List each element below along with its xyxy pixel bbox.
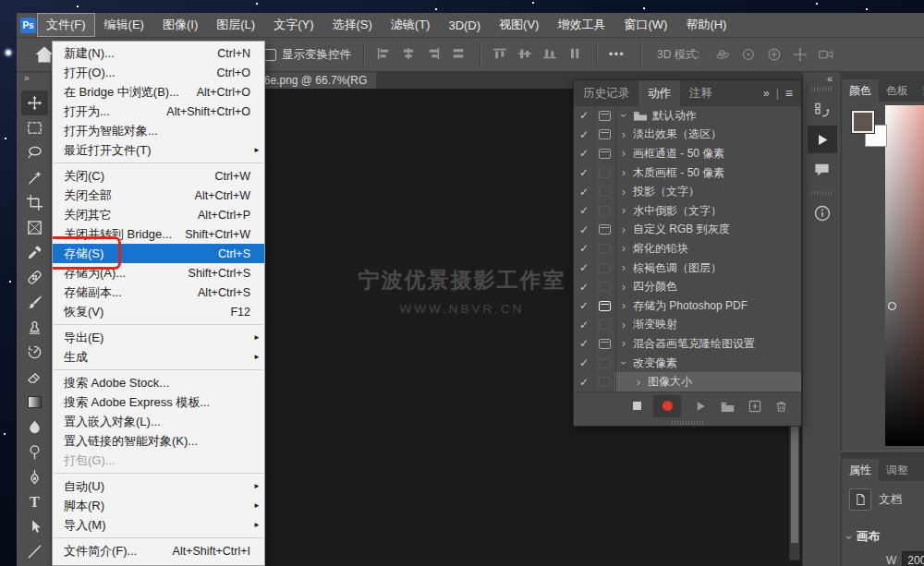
tab-actions[interactable]: 动作	[638, 80, 680, 106]
menubar-item-V[interactable]: 视图(V)	[490, 13, 548, 37]
action-row[interactable]: ›渐变映射	[574, 316, 801, 335]
action-content[interactable]: ›淡出效果（选区）	[614, 126, 801, 145]
menubar-item-T[interactable]: 滤镜(T)	[382, 13, 440, 37]
panel-resize-grip[interactable]	[574, 419, 801, 426]
slide-3d-camera-icon[interactable]	[791, 46, 808, 63]
menubar-item-I[interactable]: 图像(I)	[153, 13, 207, 37]
show-transform-checkbox[interactable]	[264, 49, 276, 61]
play-button[interactable]	[693, 399, 708, 414]
file-menu-item[interactable]: 打包(G)...	[53, 451, 264, 470]
action-content[interactable]: ›水中倒影（文字）	[614, 201, 801, 221]
action-row[interactable]: ›淡出效果（选区）	[574, 126, 801, 145]
action-dialog-toggle[interactable]	[594, 144, 614, 163]
foreground-color-swatch[interactable]	[852, 111, 874, 133]
eraser-tool[interactable]	[21, 365, 48, 390]
file-menu-item[interactable]: 自动(U)►	[53, 476, 264, 496]
menubar-item-E[interactable]: 编辑(E)	[95, 13, 153, 37]
action-dialog-toggle[interactable]	[594, 106, 614, 126]
disclosure-closed-icon[interactable]: ›	[619, 147, 628, 160]
disclosure-closed-icon[interactable]: ›	[619, 223, 628, 236]
action-enabled-checkbox[interactable]	[574, 354, 594, 373]
action-content[interactable]: ›画框通道 - 50 像素	[614, 144, 801, 163]
menubar-item-W[interactable]: 窗口(W)	[614, 13, 676, 37]
disclosure-open-icon[interactable]: ›	[617, 111, 630, 120]
disclosure-closed-icon[interactable]: ›	[619, 166, 628, 179]
file-menu-item[interactable]: 导入(M)►	[53, 515, 264, 535]
menubar-item-S[interactable]: 选择(S)	[322, 13, 381, 37]
tab-history[interactable]: 历史记录	[574, 80, 638, 106]
panel-menu-icon[interactable]: ≡	[785, 86, 793, 101]
file-menu-item[interactable]: 打开为智能对象...	[53, 121, 264, 140]
action-dialog-toggle[interactable]	[594, 316, 614, 335]
collapse-panel-icon[interactable]: »	[763, 87, 770, 100]
color-picker-cursor[interactable]	[888, 302, 896, 310]
magic-wand-tool[interactable]	[21, 165, 48, 190]
action-content[interactable]: ›棕褐色调（图层）	[614, 259, 801, 278]
action-content[interactable]: ›存储为 Photoshop PDF	[614, 296, 801, 316]
action-row[interactable]: ›水中倒影（文字）	[574, 201, 801, 221]
healing-brush-tool[interactable]	[21, 265, 48, 290]
file-menu-item[interactable]: 搜索 Adobe Stock...	[53, 373, 264, 392]
action-row[interactable]: ›画框通道 - 50 像素	[574, 144, 801, 163]
action-dialog-toggle[interactable]	[594, 259, 614, 278]
action-enabled-checkbox[interactable]	[574, 144, 594, 163]
history-brush-tool[interactable]	[21, 340, 48, 365]
lasso-tool[interactable]	[21, 140, 48, 165]
align-left-edges-icon[interactable]	[376, 47, 393, 62]
more-align-options-button[interactable]: •••	[609, 48, 625, 61]
file-menu-item[interactable]: 存储(S)Ctrl+S	[53, 244, 264, 263]
width-input[interactable]	[902, 551, 924, 566]
action-dialog-toggle[interactable]	[594, 221, 614, 240]
file-menu-item[interactable]: 文件简介(F)...Alt+Shift+Ctrl+I	[53, 541, 264, 560]
menubar-item-Y[interactable]: 文字(Y)	[264, 13, 322, 37]
gradient-tool[interactable]	[21, 390, 48, 415]
action-row[interactable]: ›木质画框 - 50 像素	[574, 163, 801, 183]
dodge-tool[interactable]	[21, 440, 48, 464]
path-selection-tool[interactable]	[21, 514, 48, 539]
action-enabled-checkbox[interactable]	[574, 259, 594, 278]
action-enabled-checkbox[interactable]	[574, 106, 594, 126]
file-menu-item[interactable]: 置入链接的智能对象(K)...	[53, 431, 264, 451]
disclosure-closed-icon[interactable]: ›	[619, 204, 628, 217]
align-horizontal-centers-icon[interactable]	[401, 47, 418, 62]
tab-notes[interactable]: 注释	[680, 80, 722, 106]
action-content[interactable]: ›木质画框 - 50 像素	[614, 163, 801, 183]
crop-tool[interactable]	[21, 190, 48, 215]
action-row[interactable]: ›图像大小	[574, 372, 801, 391]
line-tool[interactable]	[21, 539, 48, 564]
file-menu-item[interactable]: 最近打开文件(T)►	[53, 140, 264, 160]
action-dialog-toggle[interactable]	[594, 354, 614, 373]
collapse-toolbar-icon[interactable]: »	[18, 72, 30, 84]
file-menu-item[interactable]: 导出(E)►	[53, 328, 264, 347]
action-enabled-checkbox[interactable]	[574, 372, 594, 391]
tab-properties[interactable]: 属性	[842, 459, 879, 481]
disclosure-closed-icon[interactable]: ›	[619, 261, 628, 274]
file-menu-item[interactable]: 搜索 Adobe Express 模板...	[53, 392, 264, 412]
rectangular-marquee-tool[interactable]	[21, 115, 48, 140]
action-content[interactable]: ›投影（文字）	[614, 182, 801, 201]
history-panel-icon[interactable]	[808, 96, 837, 124]
action-dialog-toggle[interactable]	[594, 201, 614, 221]
action-enabled-checkbox[interactable]	[574, 296, 594, 316]
action-dialog-toggle[interactable]	[594, 296, 614, 316]
file-menu-item[interactable]: 打开为...Alt+Shift+Ctrl+O	[53, 102, 264, 121]
action-enabled-checkbox[interactable]	[574, 239, 594, 259]
action-dialog-toggle[interactable]	[594, 372, 614, 391]
disclosure-closed-icon[interactable]: ›	[619, 128, 628, 141]
action-enabled-checkbox[interactable]	[574, 182, 594, 201]
disclosure-closed-icon[interactable]: ›	[619, 242, 628, 255]
action-row[interactable]: ›存储为 Photoshop PDF	[574, 296, 801, 316]
collapse-panels-icon[interactable]: «	[827, 72, 841, 86]
action-dialog-toggle[interactable]	[594, 163, 614, 183]
action-enabled-checkbox[interactable]	[574, 126, 594, 145]
pen-tool[interactable]	[21, 464, 48, 489]
move-3d-camera-icon[interactable]	[817, 46, 833, 63]
action-dialog-toggle[interactable]	[594, 277, 614, 296]
action-enabled-checkbox[interactable]	[574, 316, 594, 335]
menubar-item-DD[interactable]: 3D(D)	[439, 15, 490, 36]
type-tool[interactable]: T	[21, 489, 48, 514]
action-content[interactable]: ›默认动作	[614, 106, 801, 126]
disclosure-closed-icon[interactable]: ›	[619, 281, 628, 294]
file-menu-item[interactable]: 脚本(R)►	[53, 496, 264, 515]
actions-panel-icon[interactable]	[808, 126, 837, 153]
